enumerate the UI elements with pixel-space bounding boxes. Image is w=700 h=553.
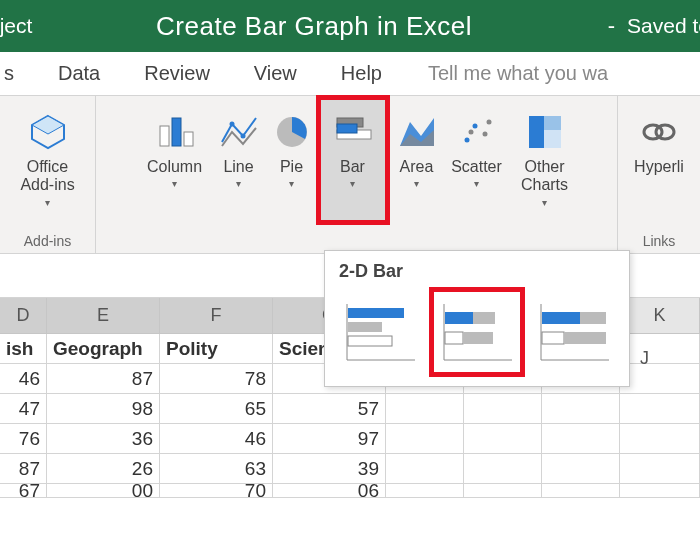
empty-cell[interactable] bbox=[620, 364, 700, 394]
data-cell[interactable]: 70 bbox=[160, 484, 273, 498]
col-header-d[interactable]: D bbox=[0, 298, 47, 334]
tell-me-search[interactable]: Tell me what you wa bbox=[404, 54, 608, 95]
svg-point-22 bbox=[656, 125, 674, 139]
empty-cell[interactable] bbox=[464, 484, 542, 498]
ribbon-group-addins: Office Add-ins ▾ Add-ins bbox=[0, 96, 96, 253]
column-chart-label: Column bbox=[147, 158, 202, 176]
svg-rect-39 bbox=[564, 332, 606, 344]
svg-rect-19 bbox=[544, 116, 561, 130]
header-cell[interactable]: Geograph bbox=[47, 334, 160, 364]
empty-cell[interactable] bbox=[386, 394, 464, 424]
data-cell[interactable]: 76 bbox=[0, 424, 47, 454]
group-label-addins: Add-ins bbox=[0, 233, 95, 249]
svg-rect-32 bbox=[445, 332, 463, 344]
link-icon bbox=[639, 112, 679, 152]
chevron-down-icon: ▾ bbox=[542, 197, 547, 209]
svg-rect-30 bbox=[445, 312, 473, 324]
col-header-k[interactable]: K bbox=[620, 298, 700, 334]
svg-point-15 bbox=[482, 132, 487, 137]
data-cell[interactable]: 87 bbox=[0, 454, 47, 484]
hyperlink-button[interactable]: Hyperli bbox=[628, 96, 690, 224]
data-cell[interactable]: 46 bbox=[0, 364, 47, 394]
header-cell[interactable]: ish bbox=[0, 334, 47, 364]
ribbon-group-charts: Column ▾ Line ▾ Pie ▾ bbox=[96, 96, 618, 253]
empty-cell[interactable] bbox=[464, 454, 542, 484]
tab-review[interactable]: Review bbox=[122, 54, 232, 95]
office-addins-button[interactable]: Office Add-ins ▾ bbox=[14, 96, 80, 224]
saved-indicator: Saved to bbox=[627, 14, 700, 38]
empty-cell[interactable] bbox=[464, 394, 542, 424]
area-chart-icon bbox=[397, 112, 437, 152]
area-chart-label: Area bbox=[400, 158, 434, 176]
stacked-bar-100-option[interactable] bbox=[530, 292, 617, 372]
data-cell[interactable]: 26 bbox=[47, 454, 160, 484]
empty-cell[interactable] bbox=[386, 454, 464, 484]
data-cell[interactable]: 46 bbox=[160, 424, 273, 454]
chevron-down-icon: ▾ bbox=[414, 178, 419, 190]
empty-cell[interactable] bbox=[620, 484, 700, 498]
data-cell[interactable]: 39 bbox=[273, 454, 386, 484]
svg-rect-26 bbox=[348, 322, 382, 332]
empty-cell[interactable] bbox=[464, 424, 542, 454]
pie-chart-label: Pie bbox=[280, 158, 303, 176]
data-cell[interactable]: 78 bbox=[160, 364, 273, 394]
clustered-bar-icon bbox=[341, 300, 419, 364]
other-charts-button[interactable]: Other Charts ▾ bbox=[509, 96, 581, 224]
ribbon-group-links: Hyperli Links bbox=[618, 96, 700, 253]
clustered-bar-option[interactable] bbox=[337, 292, 424, 372]
bar-chart-button[interactable]: Bar ▾ bbox=[317, 96, 389, 224]
scatter-chart-button[interactable]: Scatter ▾ bbox=[445, 96, 509, 224]
stacked-bar-option[interactable] bbox=[434, 292, 521, 372]
data-cell[interactable]: 98 bbox=[47, 394, 160, 424]
tab-help[interactable]: Help bbox=[319, 54, 404, 95]
data-cell[interactable]: 57 bbox=[273, 394, 386, 424]
pie-chart-button[interactable]: Pie ▾ bbox=[267, 96, 317, 224]
tab-data[interactable]: Data bbox=[36, 54, 122, 95]
empty-cell[interactable] bbox=[620, 394, 700, 424]
empty-cell[interactable] bbox=[542, 454, 620, 484]
document-title: Create Bar Graph in Excel bbox=[32, 11, 595, 42]
empty-cell[interactable] bbox=[542, 394, 620, 424]
tab-partial[interactable]: s bbox=[0, 54, 36, 95]
column-chart-button[interactable]: Column ▾ bbox=[139, 96, 211, 224]
empty-cell[interactable] bbox=[542, 424, 620, 454]
empty-cell[interactable] bbox=[542, 484, 620, 498]
area-chart-button[interactable]: Area ▾ bbox=[389, 96, 445, 224]
scatter-chart-icon bbox=[457, 112, 497, 152]
data-cell[interactable]: 06 bbox=[273, 484, 386, 498]
data-cell[interactable]: 47 bbox=[0, 394, 47, 424]
svg-rect-10 bbox=[337, 124, 357, 133]
office-addins-label: Office Add-ins bbox=[20, 158, 74, 195]
empty-cell[interactable] bbox=[620, 424, 700, 454]
empty-cell[interactable] bbox=[386, 424, 464, 454]
col-header-f[interactable]: F bbox=[160, 298, 273, 334]
chevron-down-icon: ▾ bbox=[289, 178, 294, 190]
col-header-j-visible[interactable]: J bbox=[640, 348, 649, 369]
data-cell[interactable]: 63 bbox=[160, 454, 273, 484]
empty-cell[interactable] bbox=[386, 484, 464, 498]
tab-view[interactable]: View bbox=[232, 54, 319, 95]
empty-cell[interactable] bbox=[620, 454, 700, 484]
empty-cell[interactable] bbox=[620, 334, 700, 364]
scatter-chart-label: Scatter bbox=[451, 158, 502, 176]
line-chart-button[interactable]: Line ▾ bbox=[211, 96, 267, 224]
other-charts-icon bbox=[525, 112, 565, 152]
header-cell[interactable]: Polity bbox=[160, 334, 273, 364]
chevron-down-icon: ▾ bbox=[474, 178, 479, 190]
svg-point-17 bbox=[468, 130, 473, 135]
title-project-fragment: oject bbox=[0, 14, 32, 38]
data-cell[interactable]: 00 bbox=[47, 484, 160, 498]
ribbon: Office Add-ins ▾ Add-ins Column ▾ bbox=[0, 96, 700, 254]
col-header-e[interactable]: E bbox=[47, 298, 160, 334]
svg-marker-1 bbox=[32, 116, 64, 134]
svg-point-16 bbox=[486, 120, 491, 125]
data-cell[interactable]: 97 bbox=[273, 424, 386, 454]
data-cell[interactable]: 36 bbox=[47, 424, 160, 454]
svg-rect-2 bbox=[160, 126, 169, 146]
addins-icon bbox=[28, 112, 68, 152]
svg-point-14 bbox=[472, 124, 477, 129]
ribbon-tabs: s Data Review View Help Tell me what you… bbox=[0, 52, 700, 96]
data-cell[interactable]: 67 bbox=[0, 484, 47, 498]
data-cell[interactable]: 87 bbox=[47, 364, 160, 394]
data-cell[interactable]: 65 bbox=[160, 394, 273, 424]
